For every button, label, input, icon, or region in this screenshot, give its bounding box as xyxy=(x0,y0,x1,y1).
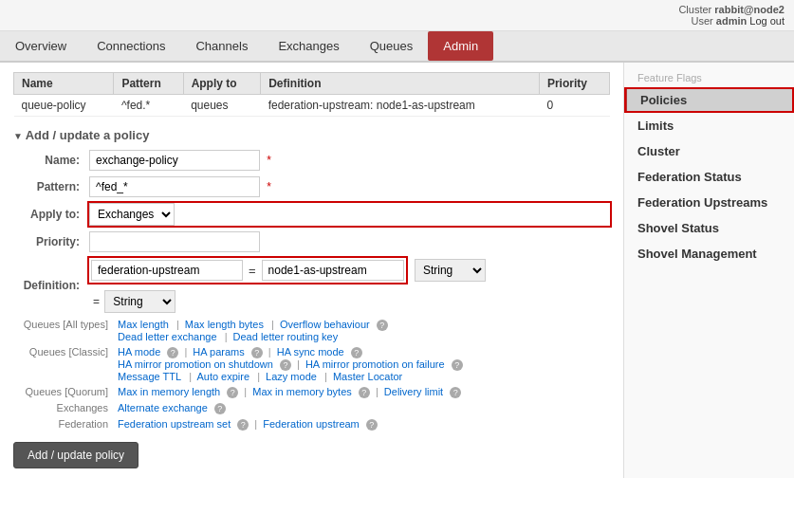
help-exchanges-label: Exchanges xyxy=(13,402,118,413)
sidebar-item-cluster[interactable]: Cluster xyxy=(624,138,794,164)
policies-table: Name Pattern Apply to Definition Priorit… xyxy=(13,72,610,117)
link-delivery-limit[interactable]: Delivery limit xyxy=(384,386,443,397)
apply-to-value: Exchanges Queues All xyxy=(89,203,610,226)
ha-mode-help-icon[interactable]: ? xyxy=(167,347,178,358)
nav-channels[interactable]: Channels xyxy=(180,31,263,61)
link-ha-mirror-failure[interactable]: HA mirror promotion on failure xyxy=(305,358,445,370)
link-dead-letter-exchange[interactable]: Dead letter exchange xyxy=(118,331,217,342)
ha-failure-help-icon[interactable]: ? xyxy=(452,359,463,371)
definition-value: = String Number Boolean List = String Nu… xyxy=(89,258,610,313)
overflow-help-icon[interactable]: ? xyxy=(377,320,388,331)
nav-queues[interactable]: Queues xyxy=(355,31,429,61)
help-queues-all-links: Max length | Max length bytes | Overflow… xyxy=(118,319,610,342)
def-value-input[interactable] xyxy=(262,260,404,281)
link-federation-upstream-set[interactable]: Federation upstream set xyxy=(118,418,231,430)
col-apply-to: Apply to xyxy=(183,73,261,95)
top-bar: Cluster rabbit@node2 User admin Log out xyxy=(0,0,794,31)
def-type1-select[interactable]: String Number Boolean List xyxy=(415,259,486,282)
help-queues-all: Queues [All types] Max length | Max leng… xyxy=(13,319,610,342)
sidebar-item-federation-status[interactable]: Federation Status xyxy=(624,164,794,190)
name-value: * xyxy=(89,150,610,171)
feature-flags-label: Feature Flags xyxy=(624,68,794,87)
link-ha-sync-mode[interactable]: HA sync mode xyxy=(277,346,344,358)
delivery-limit-help-icon[interactable]: ? xyxy=(450,387,461,398)
help-grid: Queues [All types] Max length | Max leng… xyxy=(13,319,610,431)
sidebar-item-limits[interactable]: Limits xyxy=(624,113,794,138)
link-max-in-memory-length[interactable]: Max in memory length xyxy=(118,386,220,397)
row-name: queue-policy xyxy=(14,95,114,117)
sidebar-item-shovel-management[interactable]: Shovel Management xyxy=(624,241,794,266)
def-type2-select[interactable]: String Number Boolean List xyxy=(104,290,175,313)
help-queues-quorum: Queues [Quorum] Max in memory length ? |… xyxy=(13,386,610,398)
sidebar-item-federation-upstreams[interactable]: Federation Upstreams xyxy=(624,190,794,215)
sidebar-item-shovel-status[interactable]: Shovel Status xyxy=(624,215,794,241)
max-mem-bytes-help-icon[interactable]: ? xyxy=(359,387,370,398)
name-input[interactable] xyxy=(89,150,260,171)
pattern-row: Pattern: * xyxy=(13,176,610,197)
main-nav: Overview Connections Channels Exchanges … xyxy=(0,31,794,63)
pattern-value: * xyxy=(89,176,610,197)
link-alternate-exchange[interactable]: Alternate exchange xyxy=(118,402,208,413)
help-queues-classic: Queues [Classic] HA mode ? | HA params ?… xyxy=(13,346,610,382)
sidebar-item-policies[interactable]: Policies xyxy=(624,87,794,113)
row-apply-to: queues xyxy=(183,95,261,117)
cluster-name: rabbit@node2 xyxy=(714,4,785,15)
section-heading: Add / update a policy xyxy=(13,128,610,142)
table-row[interactable]: queue-policy ^fed.* queues federation-up… xyxy=(14,95,610,117)
priority-value xyxy=(89,231,610,252)
logout-button[interactable]: Log out xyxy=(749,15,785,27)
definition-row: Definition: = String Number Boolean List xyxy=(13,258,610,313)
help-exchanges: Exchanges Alternate exchange ? xyxy=(13,402,610,414)
ha-sync-help-icon[interactable]: ? xyxy=(351,347,362,358)
definition-label: Definition: xyxy=(13,279,89,292)
priority-label: Priority: xyxy=(13,235,89,248)
cluster-user: admin xyxy=(716,15,747,27)
policy-form: Name: * Pattern: * Apply to: Exchanges xyxy=(13,150,610,313)
ha-params-help-icon[interactable]: ? xyxy=(251,347,263,358)
link-ha-mirror-shutdown[interactable]: HA mirror promotion on shutdown xyxy=(118,358,273,370)
apply-to-row: Apply to: Exchanges Queues All xyxy=(13,203,610,226)
def-equals: = xyxy=(243,264,262,278)
apply-to-label: Apply to: xyxy=(13,208,89,221)
link-auto-expire[interactable]: Auto expire xyxy=(196,371,249,382)
row-definition: federation-upstream: node1-as-upstream xyxy=(261,95,540,117)
sidebar: Feature Flags Policies Limits Cluster Fe… xyxy=(623,63,794,478)
link-ha-params[interactable]: HA params xyxy=(193,346,244,358)
link-message-ttl[interactable]: Message TTL xyxy=(118,371,181,382)
name-label: Name: xyxy=(13,154,89,167)
col-pattern: Pattern xyxy=(114,73,183,95)
col-name: Name xyxy=(14,73,114,95)
priority-input[interactable] xyxy=(89,231,260,252)
help-queues-classic-label: Queues [Classic] xyxy=(13,346,118,358)
link-dead-letter-routing-key[interactable]: Dead letter routing key xyxy=(233,331,339,342)
nav-overview[interactable]: Overview xyxy=(0,31,82,61)
help-federation-links: Federation upstream set ? | Federation u… xyxy=(118,418,610,431)
nav-connections[interactable]: Connections xyxy=(82,31,180,61)
link-federation-upstream[interactable]: Federation upstream xyxy=(263,418,360,430)
nav-exchanges[interactable]: Exchanges xyxy=(263,31,354,61)
def-inputs: = xyxy=(89,258,406,283)
apply-to-select[interactable]: Exchanges Queues All xyxy=(89,203,175,226)
row-priority: 0 xyxy=(539,95,609,117)
cluster-info: Cluster rabbit@node2 User admin Log out xyxy=(678,4,785,27)
link-max-in-memory-bytes[interactable]: Max in memory bytes xyxy=(252,386,352,397)
link-lazy-mode[interactable]: Lazy mode xyxy=(266,371,317,382)
link-ha-mode[interactable]: HA mode xyxy=(118,346,160,358)
main-content: Name Pattern Apply to Definition Priorit… xyxy=(0,63,623,478)
alt-exchange-help-icon[interactable]: ? xyxy=(214,403,226,414)
link-max-length[interactable]: Max length xyxy=(118,319,169,330)
row-pattern: ^fed.* xyxy=(114,95,183,117)
pattern-label: Pattern: xyxy=(13,180,89,193)
ha-shutdown-help-icon[interactable]: ? xyxy=(280,359,291,371)
help-federation-label: Federation xyxy=(13,418,118,430)
fed-upstream-help-icon[interactable]: ? xyxy=(366,419,378,431)
link-max-length-bytes[interactable]: Max length bytes xyxy=(185,319,264,330)
fed-upstream-set-help-icon[interactable]: ? xyxy=(237,419,249,431)
link-master-locator[interactable]: Master Locator xyxy=(333,371,402,382)
add-update-policy-button[interactable]: Add / update policy xyxy=(13,442,138,468)
max-mem-len-help-icon[interactable]: ? xyxy=(227,387,238,398)
nav-admin[interactable]: Admin xyxy=(428,31,493,61)
pattern-input[interactable] xyxy=(89,176,260,197)
link-overflow-behaviour[interactable]: Overflow behaviour xyxy=(280,319,370,330)
def-key-input[interactable] xyxy=(91,260,243,281)
